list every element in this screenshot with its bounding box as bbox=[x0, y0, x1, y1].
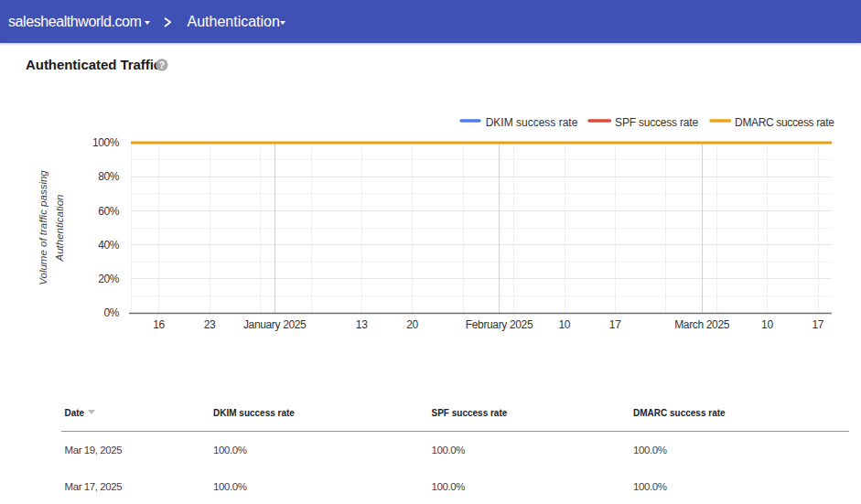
svg-text:DMARC success rate: DMARC success rate bbox=[735, 116, 834, 129]
svg-text:40%: 40% bbox=[98, 239, 119, 252]
svg-text:16: 16 bbox=[153, 318, 165, 331]
svg-text:March 2025: March 2025 bbox=[674, 318, 730, 331]
svg-text:SPF success rate: SPF success rate bbox=[615, 116, 698, 129]
svg-text:17: 17 bbox=[609, 318, 621, 331]
svg-text:DKIM success rate: DKIM success rate bbox=[486, 116, 578, 129]
svg-text:10: 10 bbox=[761, 318, 773, 331]
svg-text:Volume of traffic passing: Volume of traffic passing bbox=[38, 170, 48, 285]
svg-text:17: 17 bbox=[812, 318, 823, 331]
svg-text:60%: 60% bbox=[98, 205, 119, 218]
svg-text:January 2025: January 2025 bbox=[243, 318, 307, 331]
svg-text:100%: 100% bbox=[92, 136, 120, 149]
svg-text:20: 20 bbox=[406, 318, 418, 331]
svg-text:23: 23 bbox=[204, 318, 216, 331]
svg-text:13: 13 bbox=[356, 318, 368, 331]
svg-text:February 2025: February 2025 bbox=[466, 318, 533, 331]
svg-text:Authentication: Authentication bbox=[54, 195, 65, 263]
svg-text:80%: 80% bbox=[98, 170, 119, 183]
svg-text:10: 10 bbox=[558, 318, 570, 331]
svg-text:0%: 0% bbox=[104, 306, 120, 319]
svg-text:20%: 20% bbox=[98, 273, 119, 285]
